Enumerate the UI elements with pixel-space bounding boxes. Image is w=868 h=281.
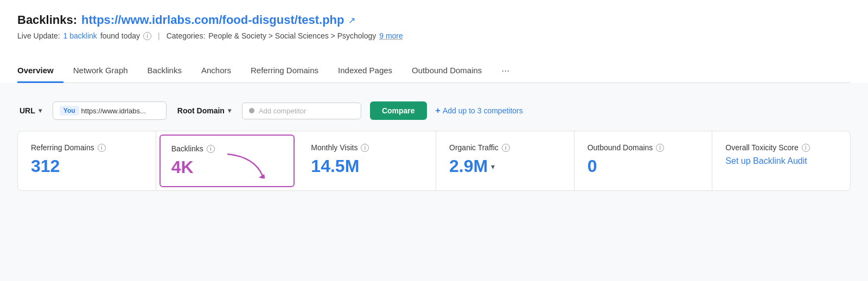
organic-traffic-value-row: 2.9M ▾ [449,156,561,176]
tab-more-icon[interactable]: ··· [494,59,517,83]
nine-more-link[interactable]: 9 more [379,31,403,40]
title-row: Backlinks: https://www.idrlabs.com/food-… [17,13,851,27]
arrow-annotation [222,151,271,181]
url-display-value: https://www.idrlabs... [81,107,146,115]
add-competitors-button[interactable]: + Add up to 3 competitors [436,106,523,116]
stat-card-referring-domains: Referring Domains i 312 [18,131,156,190]
backlinks-label: Backlinks: [17,13,77,27]
referring-domains-value: 312 [31,156,143,176]
setup-backlink-audit-link[interactable]: Set up Backlink Audit [725,156,807,165]
stat-card-monthly-visits: Monthly Visits i 14.5M [298,131,436,190]
root-domain-label: Root Domain [177,106,225,115]
competitor-placeholder: Add competitor [259,107,306,115]
backlinks-stat-label: Backlinks [171,144,203,153]
categories-label: Categories: [167,31,206,40]
outer-wrapper: URL ▾ You https://www.idrlabs... Root Do… [0,83,868,208]
tab-outbound-domains[interactable]: Outbound Domains [402,59,492,83]
subtitle-row: Live Update: 1 backlink found today i | … [17,31,851,40]
compare-button[interactable]: Compare [370,101,427,120]
outbound-domains-label-row: Outbound Domains i [588,143,699,152]
url-chevron-icon: ▾ [39,107,42,114]
info-icon-referring-domains[interactable]: i [98,144,106,152]
monthly-visits-label: Monthly Visits [311,143,358,152]
organic-traffic-chevron-icon[interactable]: ▾ [491,162,495,171]
info-icon-live[interactable]: i [143,32,151,40]
organic-traffic-value: 2.9M [449,156,488,176]
tabs-nav: Overview Network Graph Backlinks Anchors… [17,59,851,83]
root-domain-dropdown[interactable]: Root Domain ▾ [175,103,233,118]
header-section: Backlinks: https://www.idrlabs.com/food-… [17,13,851,49]
outbound-domains-value: 0 [588,156,699,176]
you-badge: You [60,106,79,116]
info-icon-overall-toxicity[interactable]: i [802,144,810,152]
tab-backlinks[interactable]: Backlinks [138,59,192,83]
tab-overview[interactable]: Overview [17,59,63,83]
root-domain-chevron-icon: ▾ [228,107,231,114]
stat-card-overall-toxicity: Overall Toxicity Score i Set up Backlink… [712,131,850,190]
backlink-count[interactable]: 1 backlink [63,31,97,40]
tab-indexed-pages[interactable]: Indexed Pages [328,59,402,83]
plus-icon: + [436,106,441,116]
referring-domains-label: Referring Domains [31,143,94,152]
stat-card-organic-traffic: Organic Traffic i 2.9M ▾ [436,131,575,190]
info-icon-outbound-domains[interactable]: i [656,144,664,152]
info-icon-backlinks[interactable]: i [207,145,215,153]
organic-traffic-label-row: Organic Traffic i [449,143,561,152]
url-link[interactable]: https://www.idrlabs.com/food-disgust/tes… [81,13,344,27]
monthly-visits-value: 14.5M [311,156,423,176]
info-icon-organic-traffic[interactable]: i [502,144,510,152]
found-today: found today [100,31,140,40]
add-competitors-label: Add up to 3 competitors [443,106,523,115]
page-wrapper: Backlinks: https://www.idrlabs.com/food-… [0,0,868,83]
info-icon-monthly-visits[interactable]: i [361,144,369,152]
tab-network-graph[interactable]: Network Graph [63,59,138,83]
stat-card-outbound-domains: Outbound Domains i 0 [575,131,713,190]
overall-toxicity-label-row: Overall Toxicity Score i [725,143,837,152]
outbound-domains-label: Outbound Domains [588,143,653,152]
referring-domains-label-row: Referring Domains i [31,143,143,152]
monthly-visits-label-row: Monthly Visits i [311,143,423,152]
url-input-box: You https://www.idrlabs... [53,101,167,120]
separator: | [158,31,160,40]
categories-value: People & Society > Social Sciences > Psy… [208,31,376,40]
dot-icon [249,108,254,113]
tab-referring-domains[interactable]: Referring Domains [241,59,328,83]
overall-toxicity-label: Overall Toxicity Score [725,143,798,152]
organic-traffic-label: Organic Traffic [449,143,499,152]
live-update-label: Live Update: [17,31,60,40]
stat-card-backlinks: Backlinks i 4K [159,135,295,187]
stats-section: Referring Domains i 312 Backlinks i 4K [17,131,851,191]
competitor-input[interactable]: Add competitor [242,103,361,119]
controls-row: URL ▾ You https://www.idrlabs... Root Do… [17,92,851,127]
url-dropdown-label: URL [20,106,35,115]
url-dropdown[interactable]: URL ▾ [17,103,44,118]
external-link-icon[interactable]: ↗ [348,15,355,25]
tab-anchors[interactable]: Anchors [192,59,241,83]
